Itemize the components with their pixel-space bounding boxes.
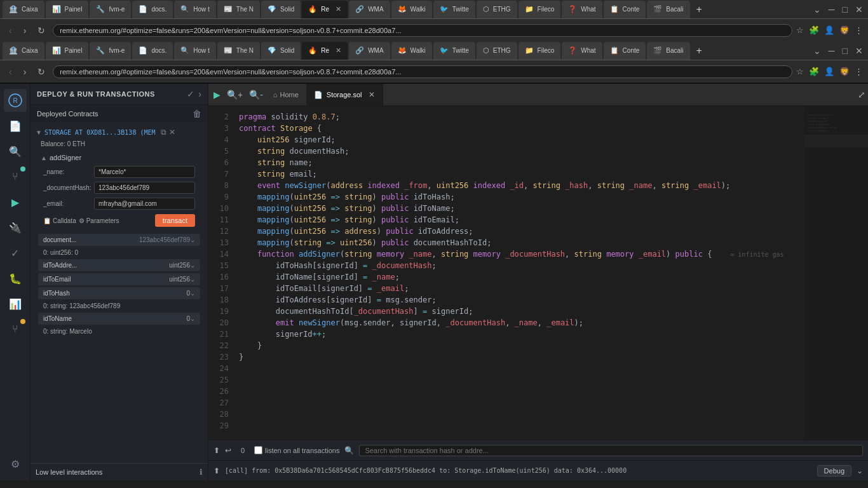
tab2-conte[interactable]: 📋Conte [604, 42, 646, 60]
tab-what1[interactable]: ❓What [562, 1, 602, 18]
tab2-howt[interactable]: 🔍How t [174, 42, 216, 60]
tab-storage-sol[interactable]: 📄 Storage.sol ✕ [306, 84, 383, 105]
tx-expand-icon[interactable]: ⬆ [214, 466, 220, 475]
tab2-caixa[interactable]: 🏦Caixa [3, 42, 44, 60]
tab-then[interactable]: 📰The N [217, 1, 260, 18]
brave-icon[interactable]: 🦁 [839, 25, 850, 35]
calldata-button[interactable]: 📋 Calldata [43, 217, 76, 224]
profile-icon[interactable]: 👤 [824, 25, 834, 35]
listen-checkbox[interactable] [254, 446, 262, 454]
tab2-ethg[interactable]: ⬡ETHG [477, 42, 517, 60]
sidebar-deploy[interactable]: ▶ [4, 191, 27, 214]
close-browser2-icon[interactable]: ✕ [853, 44, 865, 57]
contract-copy-icon[interactable]: ⧉ [161, 128, 166, 137]
function-idToEmail[interactable]: idToEmail uint256 ⌄ [38, 273, 200, 285]
tab2-painel[interactable]: 📊Painel [46, 42, 89, 60]
sidebar-git2[interactable]: ⑂ [4, 318, 27, 341]
tab-remix-active[interactable]: 🔥Re✕ [302, 1, 348, 18]
tab-list-icon[interactable]: ⌄ [811, 3, 824, 16]
tab-close-icon[interactable]: ✕ [369, 90, 375, 99]
function-idToHash[interactable]: idToHash 0 ⌄ [38, 287, 200, 299]
document-hash-input[interactable] [94, 182, 195, 194]
tab-wma[interactable]: 🔗WMA [349, 1, 390, 18]
sidebar-search[interactable]: 🔍 [4, 140, 27, 163]
tab-twitter[interactable]: 🐦Twitte [433, 1, 475, 18]
sidebar-files[interactable]: 📄 [4, 114, 27, 137]
tab-howt[interactable]: 🔍How t [174, 1, 216, 18]
sidebar-plugin[interactable]: 🔌 [4, 216, 27, 239]
tab-fvm[interactable]: 🔧fvm-e [90, 1, 131, 18]
tab-painel[interactable]: 📊Painel [46, 1, 89, 18]
sidebar-test[interactable]: ✓ [4, 241, 27, 264]
minimize2-icon[interactable]: ─ [826, 44, 837, 57]
filter-expand-icon[interactable]: ⬆ [214, 446, 220, 455]
bookmark-icon[interactable]: ☆ [796, 25, 804, 35]
tab2-what[interactable]: ❓What [562, 42, 602, 60]
address-bar2[interactable] [53, 65, 792, 78]
add-signer-toggle[interactable]: ▲ [41, 154, 47, 161]
tab2-docs[interactable]: 📄docs. [132, 42, 173, 60]
tab-list2-icon[interactable]: ⌄ [811, 44, 824, 57]
tab-bacali[interactable]: 🎬Bacali [647, 1, 689, 18]
reload-button[interactable]: ↻ [34, 24, 49, 37]
tab2-remix[interactable]: 🔥Re✕ [302, 42, 348, 60]
filter-undo-icon[interactable]: ↩ [225, 446, 231, 455]
maximize2-icon[interactable]: □ [840, 44, 850, 57]
tab2-then[interactable]: 📰The N [217, 42, 260, 60]
back2-button[interactable]: ‹ [5, 65, 16, 78]
tab-docs[interactable]: 📄docs. [132, 1, 173, 18]
tab2-walki[interactable]: 🦊Walki [391, 42, 432, 60]
contract-close-icon[interactable]: ✕ [169, 128, 175, 137]
tab-caixa[interactable]: 🏦Caixa [3, 1, 44, 18]
code-content[interactable]: pragma solidity 0.8.7; contract Storage … [234, 106, 804, 440]
tab-home[interactable]: ⌂ Home [267, 91, 305, 98]
tab-fileco[interactable]: 📁Fileco [519, 1, 561, 18]
back-button[interactable]: ‹ [5, 24, 16, 37]
bookmark2-icon[interactable]: ☆ [796, 67, 804, 76]
sidebar-remix-logo[interactable]: R [4, 89, 27, 112]
panel-expand-icon[interactable]: › [198, 89, 201, 99]
email-input[interactable] [94, 198, 195, 210]
forward2-button[interactable]: › [20, 65, 31, 78]
tab-ethg[interactable]: ⬡ETHG [477, 1, 517, 18]
contract-toggle[interactable]: ▼ [36, 129, 42, 136]
sidebar-analyze[interactable]: 📊 [4, 292, 27, 315]
sidebar-settings[interactable]: ⚙ [4, 452, 27, 475]
parameters-button[interactable]: ⚙ Parameters [79, 217, 119, 224]
zoom-out-button[interactable]: 🔍- [247, 88, 266, 101]
new-tab-button2[interactable]: + [691, 45, 707, 57]
sidebar-debug[interactable]: 🐛 [4, 267, 27, 290]
minimize-icon[interactable]: ─ [826, 3, 837, 16]
function-idToName[interactable]: idToName 0 ⌄ [38, 313, 200, 325]
extensions-icon[interactable]: 🧩 [809, 25, 819, 35]
close-browser-icon[interactable]: ✕ [853, 3, 865, 16]
reload2-button[interactable]: ↻ [34, 65, 49, 78]
tab2-fileco[interactable]: 📁Fileco [519, 42, 561, 60]
debug-chevron-icon[interactable]: ⌄ [857, 466, 863, 475]
debug-button[interactable]: Debug [817, 465, 851, 477]
tab-walki[interactable]: 🦊Walki [391, 1, 432, 18]
panel-check-icon[interactable]: ✓ [187, 89, 194, 99]
tab-solid[interactable]: 💎Solid [261, 1, 301, 18]
address-bar[interactable] [53, 24, 792, 37]
transact-button[interactable]: transact [155, 214, 195, 227]
profile2-icon[interactable]: 👤 [824, 67, 834, 76]
run-button[interactable]: ▶ [211, 88, 223, 101]
zoom-in-button[interactable]: 🔍+ [224, 88, 245, 101]
tab2-wma[interactable]: 🔗WMA [349, 42, 390, 60]
brave2-icon[interactable]: 🦁 [839, 67, 850, 76]
maximize-icon[interactable]: □ [840, 3, 850, 16]
forward-button[interactable]: › [20, 24, 31, 37]
function-idToAddre[interactable]: idToAddre... uint256 ⌄ [38, 259, 200, 271]
more-icon[interactable]: ⋮ [855, 25, 863, 35]
sidebar-git[interactable]: ⑂ [4, 165, 27, 188]
function-document[interactable]: document... 123abc456def789 ⌄ [38, 234, 200, 246]
editor-expand-icon[interactable]: ⤢ [858, 90, 865, 100]
filter-search-input[interactable] [359, 445, 863, 456]
more2-icon[interactable]: ⋮ [855, 67, 863, 76]
tab2-fvm[interactable]: 🔧fvm-e [90, 42, 131, 60]
low-level-info-icon[interactable]: ℹ [200, 468, 203, 477]
tab2-twitter[interactable]: 🐦Twitte [433, 42, 475, 60]
extensions2-icon[interactable]: 🧩 [809, 67, 819, 76]
trash-icon[interactable]: 🗑 [193, 109, 201, 119]
